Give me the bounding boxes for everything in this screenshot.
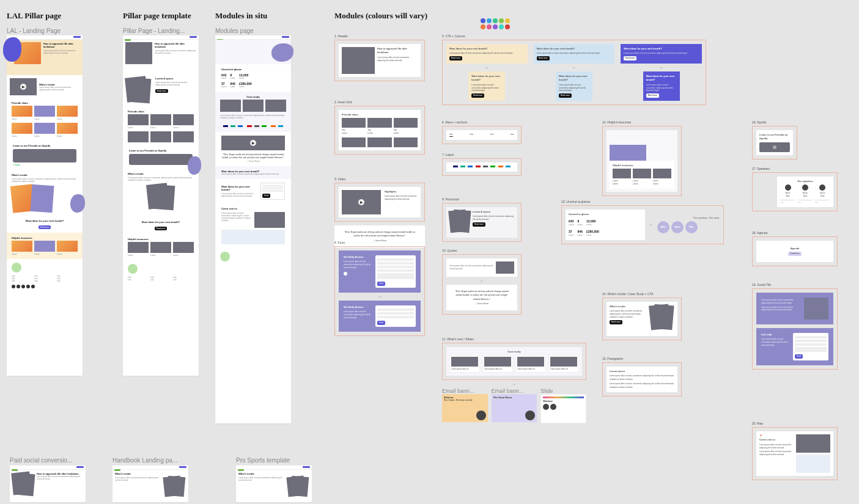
- stat: 643: [569, 219, 574, 224]
- cta-button[interactable]: Read more: [449, 56, 462, 60]
- label: How to approach life after lockdown: [155, 42, 196, 48]
- label: Lorem ipsum dolor sit amet, consectetur …: [221, 212, 252, 228]
- spotify-embed[interactable]: [13, 149, 76, 163]
- submit-button[interactable]: Send: [377, 321, 385, 325]
- label: Lorem ipsum dolor sit amet consectetur a…: [537, 52, 612, 55]
- frame-title[interactable]: LAL - Landing Page: [7, 27, 61, 34]
- module-map[interactable]: 📍 Come visit us Lorem ipsum dolor sit am…: [752, 427, 838, 480]
- cta-button[interactable]: Read more: [155, 89, 168, 93]
- module-label: 16. Spotify: [752, 120, 797, 124]
- cta-button[interactable]: Read more: [155, 227, 168, 230]
- label: Want ideas for your next breath?: [221, 185, 257, 191]
- label: Come visit us: [759, 438, 794, 442]
- cta-button[interactable]: Read more: [610, 320, 622, 324]
- or-label: or: [534, 66, 615, 69]
- module-spotify[interactable]: Listen to our Fireside on Spotify: [752, 126, 797, 159]
- frame-prosports[interactable]: What's inside Lorem ipsum dolor sit amet…: [236, 466, 312, 502]
- module-label: 9. Promotion: [442, 197, 522, 201]
- label: Want ideas for your next breath?: [471, 75, 502, 82]
- module-agenda[interactable]: Agenda Conference: [752, 236, 838, 266]
- module-header[interactable]: How to approach life after lockdown Lore…: [334, 40, 425, 81]
- frame-title[interactable]: Pillar Page - Landing...: [123, 27, 185, 34]
- cta-button[interactable]: Read more: [537, 56, 550, 60]
- office-photo: [796, 434, 830, 453]
- label: Helpful resources: [128, 238, 194, 241]
- spotify-embed[interactable]: [129, 154, 193, 165]
- label: Lorem ipsum dolor sit amet consectetur a…: [344, 310, 372, 319]
- cta-button[interactable]: Read more: [39, 225, 51, 229]
- label: Want ideas for your next breath?: [624, 47, 699, 51]
- frame-title[interactable]: Handbook Landing pa...: [112, 457, 177, 464]
- cta-button[interactable]: Read more: [473, 222, 485, 227]
- module-social-tile[interactable]: Lorem ipsum dolor sit amet consectetur a…: [752, 288, 838, 370]
- label: What's inside: [128, 172, 194, 175]
- module-logos[interactable]: [442, 158, 522, 176]
- video-thumb[interactable]: [221, 136, 285, 150]
- module-quotes[interactable]: Lorem ipsum dolor sit amet consectetur a…: [442, 254, 522, 315]
- label: What's inside: [610, 305, 647, 309]
- label: Lorem ipsum dolor sit amet consectetur a…: [759, 450, 794, 456]
- video-thumb[interactable]: [342, 190, 381, 214]
- module-form[interactable]: Get Early Access Lorem ipsum dolor sit a…: [334, 246, 425, 336]
- module-slides[interactable]: Case study Lorem ipsum dolor sit Lorem i…: [442, 343, 586, 380]
- label: Lorem & ipsum: [155, 77, 196, 80]
- label: Listen to our Fireside on Spotify: [759, 133, 790, 141]
- or-label: or: [446, 66, 528, 69]
- figma-canvas[interactable]: LAL Pillar page Pillar page template Mod…: [0, 0, 859, 504]
- cta-button[interactable]: Read more: [624, 56, 636, 60]
- frame-lal[interactable]: How to approach life after lockdown Lore…: [7, 35, 83, 376]
- module-paragraphs[interactable]: Lorem ipsum Lorem ipsum dolor sit amet, …: [602, 362, 682, 396]
- submit-button[interactable]: Send: [377, 282, 385, 286]
- module-helpful[interactable]: Helpful resources LoremLoremLoremLoremLo…: [602, 126, 682, 196]
- or-label: or: [650, 223, 652, 226]
- module-menu[interactable]: ItemItemItemItem: [442, 126, 522, 144]
- label: Want ideas for your next breath?: [559, 75, 589, 82]
- label: What's inside: [238, 472, 309, 475]
- frame-title[interactable]: Pro Sports template: [236, 457, 290, 464]
- cta-button[interactable]: Read more: [646, 93, 659, 98]
- frame-modules-page[interactable]: Unmind at glance 643Lorem 8Lorem 13,000L…: [215, 35, 291, 423]
- label: Helpful resources: [12, 236, 78, 239]
- quote-src: — Source Name: [452, 302, 511, 305]
- frame-paid[interactable]: How to approach life after lockdown Lore…: [10, 466, 86, 502]
- map[interactable]: [221, 230, 285, 244]
- label: Lorem ipsum dolor sit amet consectetur a…: [624, 52, 699, 55]
- module-cta[interactable]: Want ideas for your next breath? Lorem i…: [442, 40, 706, 105]
- label: Want ideas for your next breath?: [646, 75, 677, 82]
- map[interactable]: [796, 455, 830, 473]
- label: Unmind at glance: [221, 68, 285, 71]
- label: Lorem ipsum dolor sit amet consectetur a…: [238, 477, 285, 497]
- frame-title[interactable]: Modules page: [215, 27, 254, 34]
- submit-button[interactable]: Send: [262, 194, 270, 198]
- label: Lorem ipsum dolor sit amet consectetur a…: [759, 444, 794, 450]
- section-title: Pillar page template: [123, 11, 191, 21]
- submit-button[interactable]: Send: [795, 354, 803, 359]
- module-label: 7. Logos: [442, 153, 522, 156]
- module-promotion[interactable]: Lorem & ipsum Lorem ipsum dolor sit amet…: [442, 203, 522, 242]
- agenda-button[interactable]: Conference: [788, 252, 802, 256]
- frame-title[interactable]: Slide: [540, 388, 586, 394]
- cta-button[interactable]: Read more: [471, 93, 484, 98]
- label: Lorem ipsum dolor sit amet consectetur a…: [221, 173, 285, 175]
- frame-title[interactable]: Email bann...: [442, 388, 488, 394]
- module-speakers[interactable]: Our speakers NameRole NameRole NameRole …: [752, 172, 838, 211]
- label: Want ideas for your next breath?: [127, 221, 195, 224]
- module-glance[interactable]: Unmind at glance 643Lorem 8Lorem 13,000L…: [561, 205, 724, 244]
- stat-circle: 79%: [685, 221, 698, 233]
- frame-title[interactable]: Paid social conversio...: [10, 457, 72, 464]
- label: Lorem ipsum dolor sit amet, consectetur …: [610, 310, 647, 318]
- label: How it begins. Fall asleep naturally.: [444, 399, 476, 401]
- label: Lorem ipsum dolor sit amet consectetur a…: [344, 260, 372, 269]
- frame-title[interactable]: Email bann...: [492, 388, 537, 394]
- frame-handbook[interactable]: What's inside Lorem ipsum dolor sit amet…: [112, 466, 188, 502]
- label: Lorem ipsum dolor sit amet consectetur a…: [155, 49, 196, 54]
- module-asset-grid[interactable]: Fireside chats TitleLoremTitleLoremTitle…: [334, 106, 425, 155]
- module-whatsinside[interactable]: What's inside Lorem ipsum dolor sit amet…: [602, 298, 682, 340]
- video-thumb[interactable]: [10, 78, 37, 95]
- module-video[interactable]: Highlights Lorem ipsum dolor sit amet co…: [334, 183, 425, 222]
- cta-button[interactable]: Read more: [559, 93, 572, 98]
- module-label: 2. Asset Grid: [334, 100, 425, 104]
- label: Lorem ipsum dolor sit amet consectetur a…: [761, 306, 800, 312]
- frame-pillar[interactable]: How to approach life after lockdown Lore…: [123, 35, 199, 376]
- spotify-embed[interactable]: [759, 142, 790, 152]
